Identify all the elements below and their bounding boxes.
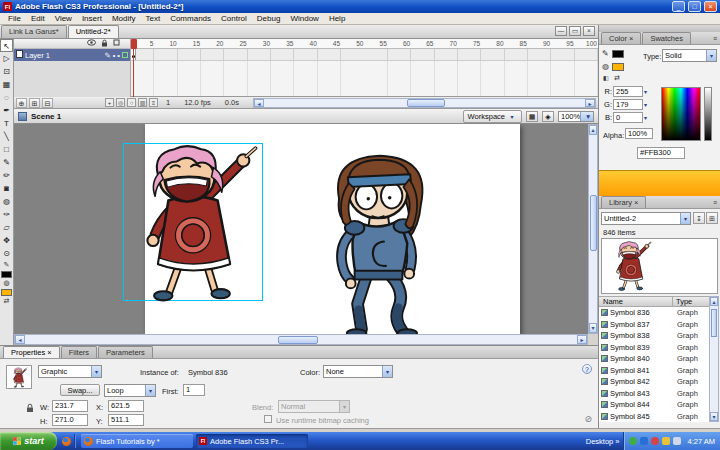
alpha-field[interactable]: 100% <box>625 128 653 139</box>
help-icon[interactable]: ? <box>582 364 592 374</box>
scroll-up-arrow[interactable]: ▴ <box>589 125 597 135</box>
pin-library-icon[interactable]: ↧ <box>693 212 705 224</box>
timeline-scrollbar[interactable]: ◂ ▸ <box>253 98 596 108</box>
runtime-caching-checkbox[interactable] <box>264 415 272 423</box>
ruler-tick[interactable]: 60 <box>388 39 411 48</box>
library-item-name[interactable]: Symbol 845 <box>610 412 677 421</box>
lock-icon[interactable] <box>101 39 108 49</box>
stage-horizontal-scrollbar[interactable]: ◂ ▸ <box>14 334 588 345</box>
fill-color-chip[interactable] <box>612 63 624 71</box>
playhead[interactable] <box>131 39 137 49</box>
show-hide-icon[interactable] <box>87 39 96 48</box>
task-button-flash[interactable]: Fl Adobe Flash CS3 Pr... <box>196 434 308 448</box>
fill-color-chip[interactable] <box>1 289 12 296</box>
library-row[interactable]: Symbol 845 Graph <box>599 411 709 423</box>
panel-menu-icon[interactable]: ≡ <box>713 35 717 42</box>
stroke-color-chip[interactable] <box>1 271 12 278</box>
desktop-toolbar[interactable]: Desktop » <box>586 437 624 446</box>
doc-tab-link-la-garus[interactable]: Link La Garus* <box>1 25 67 38</box>
library-scroll-thumb[interactable] <box>711 309 717 337</box>
library-item-name[interactable]: Symbol 839 <box>610 343 677 352</box>
doc-close-icon[interactable]: × <box>583 26 595 36</box>
stage[interactable] <box>14 124 588 334</box>
x-field[interactable]: 621.5 <box>108 400 144 412</box>
character-headband[interactable] <box>304 148 460 334</box>
close-button[interactable]: × <box>704 1 717 12</box>
outline-icon[interactable] <box>113 39 120 48</box>
maximize-button[interactable]: □ <box>688 1 701 12</box>
library-row[interactable]: Symbol 844 Graph <box>599 399 709 411</box>
library-row[interactable]: Symbol 839 Graph <box>599 342 709 354</box>
library-item-name[interactable]: Symbol 841 <box>610 366 677 375</box>
tool-zoom[interactable]: ⊙ <box>0 247 13 260</box>
scroll-right-arrow[interactable]: ▸ <box>585 99 595 107</box>
ruler-tick[interactable]: 65 <box>411 39 434 48</box>
library-item-name[interactable]: Symbol 840 <box>610 354 677 363</box>
start-button[interactable]: start <box>0 432 57 450</box>
edit-scene-icon[interactable]: ▦ <box>526 111 538 122</box>
ruler-tick[interactable]: 30 <box>248 39 271 48</box>
tool-line[interactable]: ╲ <box>0 130 13 143</box>
tray-icon-blue[interactable] <box>640 437 648 445</box>
quick-launch-browser-icon[interactable] <box>62 437 71 446</box>
ruler-tick[interactable]: 95 <box>551 39 574 48</box>
tool-paint-bucket[interactable]: ◍ <box>0 195 13 208</box>
tool-eraser[interactable]: ▱ <box>0 221 13 234</box>
default-colors-icon[interactable]: ◧ <box>603 74 609 81</box>
tab-swatches[interactable]: Swatches <box>642 32 691 44</box>
library-item-name[interactable]: Symbol 844 <box>610 400 677 409</box>
color-channel-field[interactable]: 255 <box>613 86 643 97</box>
menu-item-text[interactable]: Text <box>140 14 165 23</box>
constrain-lock-icon[interactable] <box>26 403 34 415</box>
channel-slider-icon[interactable]: ▾ <box>644 88 647 95</box>
scroll-left-arrow[interactable]: ◂ <box>254 99 264 107</box>
ruler-tick[interactable]: 55 <box>364 39 387 48</box>
properties-tab[interactable]: Parameters <box>98 346 153 358</box>
ruler-tick[interactable]: 70 <box>434 39 457 48</box>
tool-ink-bottle[interactable]: ◙ <box>0 182 13 195</box>
tool-gradient-transform[interactable]: ▦ <box>0 78 13 91</box>
scroll-down-arrow[interactable]: ▾ <box>589 323 597 333</box>
tool-hand[interactable]: ✥ <box>0 234 13 247</box>
frame-rate[interactable]: 12.0 fps <box>184 98 211 107</box>
scroll-right-arrow[interactable]: ▸ <box>577 335 587 344</box>
scroll-left-arrow[interactable]: ◂ <box>15 335 25 344</box>
panel-dock-strip[interactable] <box>599 25 720 32</box>
menu-item-window[interactable]: Window <box>285 14 323 23</box>
tool-rectangle[interactable]: □ <box>0 143 13 156</box>
tray-icon-yellow[interactable] <box>662 437 670 445</box>
tray-icon-red[interactable] <box>651 437 659 445</box>
vertical-scroll-thumb[interactable] <box>590 195 597 251</box>
swap-button[interactable]: Swap... <box>60 384 100 396</box>
layer-frames-row[interactable] <box>131 49 598 61</box>
library-item-name[interactable]: Symbol 836 <box>610 308 677 317</box>
tool-selection[interactable]: ↖ <box>0 39 13 52</box>
empty-frames-area[interactable] <box>131 61 598 96</box>
channel-slider-icon[interactable]: ▾ <box>644 114 647 121</box>
swap-colors-icon[interactable]: ⇄ <box>4 296 10 305</box>
modify-markers-button[interactable]: ≡ <box>149 98 158 107</box>
library-row[interactable]: Symbol 842 Graph <box>599 376 709 388</box>
character-pink-hair[interactable] <box>121 141 265 305</box>
library-item-name[interactable]: Symbol 843 <box>610 389 677 398</box>
onion-skin-button[interactable]: ◎ <box>116 98 125 107</box>
zoom-level-select[interactable]: 100%▾ <box>558 111 594 122</box>
menu-item-commands[interactable]: Commands <box>165 14 216 23</box>
loop-select[interactable]: Loop▾ <box>104 384 156 397</box>
library-document-select[interactable]: Untitled-2▾ <box>601 212 691 225</box>
doc-tab-untitled-2[interactable]: Untitled-2* <box>68 25 119 38</box>
horizontal-scroll-thumb[interactable] <box>278 336 318 344</box>
tool-pencil[interactable]: ✎ <box>0 156 13 169</box>
menu-item-modify[interactable]: Modify <box>107 14 141 23</box>
minimize-button[interactable]: _ <box>672 1 685 12</box>
fill-type-select[interactable]: Solid▾ <box>662 49 717 62</box>
delete-layer-button[interactable]: ⊟ <box>42 98 53 108</box>
ruler-tick[interactable]: 100 <box>575 39 598 48</box>
library-item-name[interactable]: Symbol 838 <box>610 331 677 340</box>
color-picker-gradient[interactable] <box>661 87 701 141</box>
color-effect-select[interactable]: None▾ <box>323 365 393 378</box>
tray-icon-gray[interactable] <box>673 437 681 445</box>
library-item-name[interactable]: Symbol 837 <box>610 320 677 329</box>
tool-free-transform[interactable]: ⊡ <box>0 65 13 78</box>
workspace-button[interactable]: Workspace▾ <box>463 110 522 123</box>
